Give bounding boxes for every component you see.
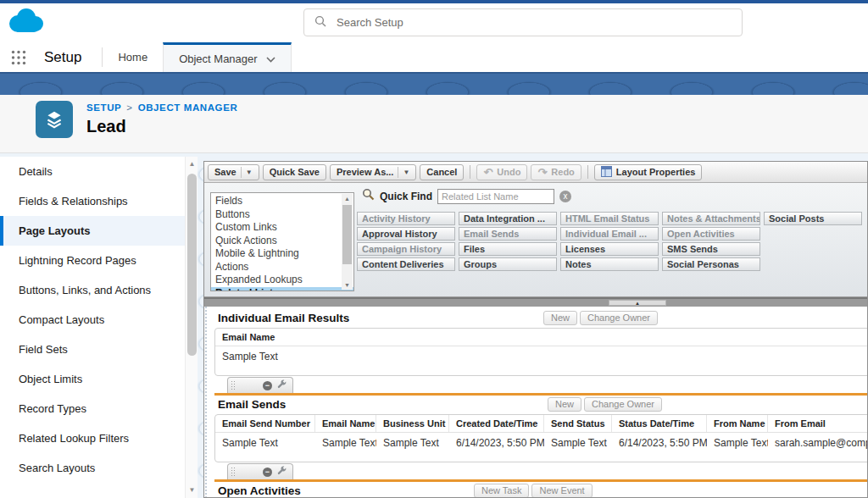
palette-item-activity-history[interactable]: Activity History: [357, 212, 455, 225]
palette-item-social-personas[interactable]: Social Personas: [662, 257, 760, 271]
undo-button[interactable]: ↶ Undo: [476, 164, 527, 180]
palette-item-content-deliveries[interactable]: Content Deliveries: [357, 257, 455, 271]
category-related-lists[interactable]: Related Lists: [211, 287, 353, 292]
category-quick-actions[interactable]: Quick Actions: [211, 235, 353, 248]
change-owner-button[interactable]: Change Owner: [584, 397, 662, 412]
preview-as-label: Preview As...: [337, 167, 393, 177]
chevron-down-icon: [266, 53, 275, 65]
palette-item-open-activities[interactable]: Open Activities: [662, 227, 760, 241]
palette-item-campaign-history[interactable]: Campaign History: [357, 242, 455, 256]
tab-object-manager[interactable]: Object Manager: [163, 42, 292, 72]
layout-properties-icon: [601, 166, 612, 179]
sidebar-item-search-layouts[interactable]: Search Layouts: [0, 453, 185, 483]
related-list-table: Email Name Sample Text: [214, 328, 868, 376]
wrench-icon[interactable]: [276, 378, 287, 393]
redo-label: Redo: [551, 167, 575, 177]
new-task-button[interactable]: New Task: [474, 484, 529, 498]
scroll-up-icon[interactable]: ▲: [186, 158, 198, 170]
palette-item-notes-attachments[interactable]: Notes & Attachments: [662, 212, 760, 225]
palette-item-files[interactable]: Files: [459, 242, 557, 256]
table-cell: 6/14/2023, 5:50 PM: [612, 433, 707, 453]
quick-find-input[interactable]: [437, 189, 554, 204]
column-header: From Name: [707, 415, 768, 432]
change-owner-button[interactable]: Change Owner: [580, 311, 658, 325]
new-button[interactable]: New: [543, 311, 577, 325]
category-scrollbar-thumb[interactable]: [342, 205, 352, 264]
undo-icon: ↶: [483, 166, 492, 179]
sidebar-item-field-sets[interactable]: Field Sets: [0, 335, 185, 364]
editor-palette: Fields Buttons Custom Links Quick Action…: [204, 183, 867, 297]
section-drag-handle[interactable]: −: [227, 463, 293, 479]
column-header: Business Unit: [376, 415, 449, 432]
category-fields[interactable]: Fields: [211, 195, 353, 208]
quick-save-button[interactable]: Quick Save: [263, 164, 326, 180]
table-cell: Sample Text: [315, 433, 376, 453]
scroll-down-icon[interactable]: ▼: [342, 282, 353, 288]
section-title: Individual Email Results: [214, 312, 349, 324]
collapse-palette-handle[interactable]: ▲: [609, 300, 666, 306]
category-expanded-lookups[interactable]: Expanded Lookups: [211, 274, 353, 287]
palette-category-list: Fields Buttons Custom Links Quick Action…: [210, 192, 354, 291]
category-buttons[interactable]: Buttons: [211, 208, 353, 222]
grip-dots-icon: [231, 380, 235, 390]
sidebar-item-object-limits[interactable]: Object Limits: [0, 364, 185, 394]
wrench-icon[interactable]: [276, 464, 287, 479]
section-individual-email-results[interactable]: Individual Email Results New Change Owne…: [214, 309, 868, 376]
table-cell: Sample Text: [707, 433, 768, 453]
palette-item-social-posts[interactable]: Social Posts: [764, 212, 862, 225]
category-scrollbar[interactable]: ▲ ▼: [342, 194, 353, 290]
lead-object-icon: [36, 101, 73, 138]
palette-item-data-integration[interactable]: Data Integration ...: [459, 212, 557, 225]
remove-section-icon[interactable]: −: [263, 381, 272, 390]
layout-properties-button[interactable]: Layout Properties: [594, 164, 703, 180]
palette-item-groups[interactable]: Groups: [459, 257, 557, 271]
breadcrumb-object-manager[interactable]: OBJECT MANAGER: [138, 102, 238, 113]
layout-canvas: Individual Email Results New Change Owne…: [204, 307, 867, 498]
table-cell: Sample Text: [215, 433, 315, 453]
tab-home-label: Home: [118, 51, 147, 64]
palette-item-individual-email[interactable]: Individual Email ...: [560, 227, 659, 241]
layout-properties-label: Layout Properties: [616, 167, 696, 177]
sidebar-item-lightning-record-pages[interactable]: Lightning Record Pages: [0, 246, 185, 275]
sidebar-scrollbar[interactable]: ▲ ▼: [185, 157, 198, 498]
save-dropdown-caret-icon[interactable]: ▼: [241, 167, 253, 178]
category-mobile-lightning-actions[interactable]: Mobile & Lightning Actions: [211, 247, 338, 274]
scroll-down-icon[interactable]: ▼: [186, 484, 198, 496]
sidebar-item-related-lookup-filters[interactable]: Related Lookup Filters: [0, 423, 185, 453]
cancel-button[interactable]: Cancel: [420, 164, 464, 180]
sidebar-item-page-layouts[interactable]: Page Layouts: [0, 216, 185, 246]
scroll-up-icon[interactable]: ▲: [342, 196, 353, 202]
new-event-button[interactable]: New Event: [531, 484, 592, 498]
section-email-sends[interactable]: − Email Sends New Change Owner Email Sen…: [214, 377, 868, 462]
preview-as-caret-icon[interactable]: ▼: [398, 167, 409, 178]
category-custom-links[interactable]: Custom Links: [211, 221, 353, 235]
column-header: Status Date/Time: [612, 415, 707, 432]
sidebar-item-compact-layouts[interactable]: Compact Layouts: [0, 305, 185, 335]
search-setup-input[interactable]: [337, 16, 732, 29]
app-launcher-waffle-icon[interactable]: [0, 42, 37, 72]
clear-quick-find-icon[interactable]: x: [559, 191, 571, 202]
save-button[interactable]: Save ▼: [208, 164, 259, 180]
sidebar-scrollbar-thumb[interactable]: [187, 174, 197, 356]
palette-item-notes[interactable]: Notes: [560, 257, 659, 271]
palette-item-email-sends[interactable]: Email Sends: [459, 227, 557, 241]
sidebar-item-record-types[interactable]: Record Types: [0, 394, 185, 423]
section-open-activities[interactable]: − Open Activities New Task New Event: [214, 463, 868, 498]
redo-button[interactable]: ↷ Redo: [531, 164, 581, 180]
setup-search[interactable]: [303, 8, 743, 36]
preview-as-button[interactable]: Preview As... ▼: [330, 164, 416, 180]
setup-banner: [0, 72, 868, 95]
palette-item-licenses[interactable]: Licenses: [560, 242, 659, 256]
breadcrumb-setup[interactable]: SETUP: [86, 102, 121, 113]
palette-item-html-email-status[interactable]: HTML Email Status: [560, 212, 659, 225]
palette-item-sms-sends[interactable]: SMS Sends: [662, 242, 760, 256]
sidebar-item-buttons-links-actions[interactable]: Buttons, Links, and Actions: [0, 275, 185, 305]
sidebar-item-details[interactable]: Details: [0, 157, 185, 186]
section-drag-handle[interactable]: −: [227, 377, 293, 393]
remove-section-icon[interactable]: −: [263, 468, 272, 477]
palette-row: Campaign History Files Licenses SMS Send…: [357, 242, 862, 256]
new-button[interactable]: New: [548, 397, 581, 412]
palette-item-approval-history[interactable]: Approval History: [357, 227, 455, 241]
tab-home[interactable]: Home: [103, 42, 163, 72]
sidebar-item-fields-relationships[interactable]: Fields & Relationships: [0, 186, 185, 216]
